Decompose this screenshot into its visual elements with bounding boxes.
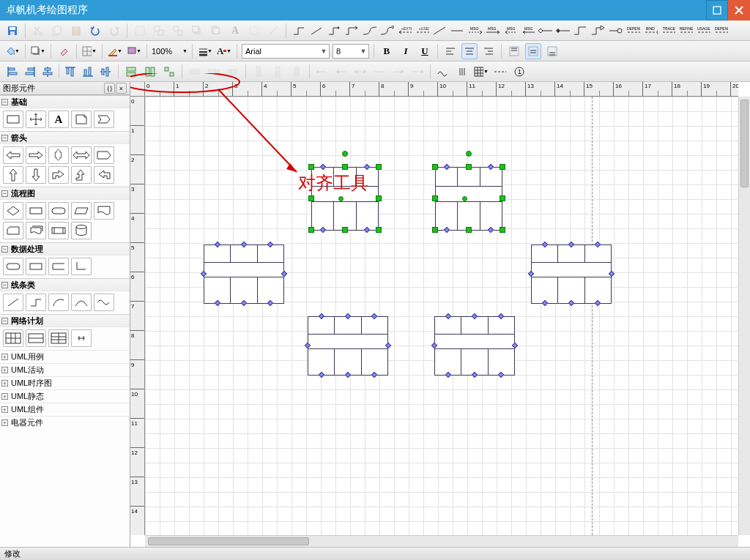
align-horizontal-center[interactable] xyxy=(97,64,114,80)
fc-process[interactable] xyxy=(26,202,46,220)
dashes-button[interactable] xyxy=(492,64,508,80)
connector-trace[interactable]: TRACE xyxy=(660,23,676,39)
connector-uses[interactable]: «USES» xyxy=(414,23,430,39)
arrow-both-tri[interactable] xyxy=(352,64,368,80)
wave-button[interactable] xyxy=(435,64,451,80)
category-uml-seq[interactable]: +UML时序图 xyxy=(0,376,130,389)
distribute-v3[interactable] xyxy=(289,64,305,80)
underline-button[interactable]: U xyxy=(417,43,433,59)
select-all-button[interactable] xyxy=(132,23,148,39)
connector-assoc[interactable] xyxy=(572,23,588,39)
arrow-line[interactable] xyxy=(371,64,387,80)
arrow-bendup[interactable] xyxy=(71,166,92,184)
ln-step[interactable] xyxy=(26,294,46,311)
minimize-button[interactable] xyxy=(706,0,728,20)
scrollbar-thumb-v[interactable] xyxy=(740,100,749,187)
scrollbar-thumb-h[interactable] xyxy=(148,537,309,545)
valign-middle-button[interactable] xyxy=(525,43,541,59)
arrow-end-none[interactable] xyxy=(409,64,426,80)
canvas-block[interactable] xyxy=(204,244,284,304)
distribute-h1[interactable] xyxy=(187,64,203,80)
bold-button[interactable]: B xyxy=(379,43,395,59)
dp-corner[interactable] xyxy=(71,258,92,275)
align-right-edges[interactable] xyxy=(22,64,38,80)
fc-database[interactable] xyxy=(71,222,92,239)
arrow-updown[interactable] xyxy=(48,146,69,164)
table-dropdown[interactable]: ▼ xyxy=(473,64,489,80)
fc-card[interactable] xyxy=(3,222,23,239)
category-uml-static[interactable]: +UML静态 xyxy=(0,389,130,403)
font-family-select[interactable]: Arial▼ xyxy=(242,44,330,59)
ruler-vertical[interactable]: 0123456789101112131415 xyxy=(130,97,145,535)
category-arrows[interactable]: −箭头 xyxy=(0,131,130,144)
connector-msg2[interactable]: MSG xyxy=(484,23,500,39)
arrow-bendright[interactable] xyxy=(48,166,69,184)
connector-3[interactable] xyxy=(326,23,342,39)
category-elec[interactable]: +电器元件 xyxy=(0,416,130,429)
scrollbar-vertical[interactable] xyxy=(738,97,750,535)
grid-dropdown[interactable]: ▼ xyxy=(81,43,97,59)
sidebar-close-button[interactable]: × xyxy=(116,83,127,94)
bars-button[interactable] xyxy=(454,64,470,80)
dp-openrect[interactable] xyxy=(48,258,69,275)
connector-msg1[interactable]: MSG xyxy=(467,23,483,39)
line-color-dropdown[interactable]: ▼ xyxy=(126,43,142,59)
font-size-select[interactable]: 8▼ xyxy=(333,44,369,59)
align-bottom-edges[interactable] xyxy=(80,64,96,80)
arrow-start-tri[interactable] xyxy=(333,64,349,80)
canvas-block[interactable] xyxy=(434,316,515,376)
connector-6[interactable] xyxy=(379,23,395,39)
connector-5[interactable] xyxy=(361,23,377,39)
align-vertical-center[interactable] xyxy=(40,64,56,80)
connector-depend2[interactable]: DEPEND xyxy=(713,23,729,39)
dp-round[interactable] xyxy=(3,258,23,275)
connector-refine[interactable]: REFINE xyxy=(677,23,694,39)
cut-button[interactable] xyxy=(30,23,46,39)
shadow-dropdown[interactable]: ▼ xyxy=(30,43,46,59)
align-right-button[interactable] xyxy=(480,43,497,59)
category-basic[interactable]: −基础 xyxy=(0,95,130,108)
connector-line[interactable] xyxy=(431,23,448,39)
fill-dropdown[interactable]: ▼ xyxy=(4,43,21,59)
arrow-right[interactable] xyxy=(26,146,46,164)
distribute-h2[interactable] xyxy=(206,64,222,80)
category-network[interactable]: −网络计划 xyxy=(0,314,130,327)
font-color-dropdown[interactable]: A▼ xyxy=(216,43,232,59)
valign-top-button[interactable] xyxy=(506,43,522,59)
category-flowchart[interactable]: −流程图 xyxy=(0,187,130,200)
zoom-display[interactable]: 100% xyxy=(152,47,179,56)
dp-rect[interactable] xyxy=(26,258,46,275)
ln-arc[interactable] xyxy=(48,294,69,311)
align-left-edges[interactable] xyxy=(4,64,21,80)
connector-diamond-filled[interactable] xyxy=(554,23,571,39)
same-size-button[interactable] xyxy=(161,64,177,80)
ln-diag[interactable] xyxy=(3,294,23,311)
group-button[interactable] xyxy=(151,23,167,39)
fc-decision[interactable] xyxy=(3,202,23,220)
nw-cross[interactable] xyxy=(71,329,92,347)
insert-text-button[interactable]: A xyxy=(227,23,243,39)
close-button[interactable] xyxy=(728,0,750,20)
insert-shape-button[interactable] xyxy=(246,23,262,39)
canvas-block[interactable] xyxy=(308,316,388,376)
fc-data[interactable] xyxy=(71,202,92,220)
connector-2[interactable] xyxy=(308,23,324,39)
italic-button[interactable]: I xyxy=(398,43,414,59)
arrow-up[interactable] xyxy=(3,166,23,184)
connector-inherit[interactable] xyxy=(590,23,606,39)
connector-depend[interactable]: DEPEND xyxy=(625,23,641,39)
scrollbar-horizontal[interactable] xyxy=(145,535,738,547)
distribute-v1[interactable] xyxy=(250,64,267,80)
arrow-leftright[interactable] xyxy=(71,146,92,164)
fc-multidoc[interactable] xyxy=(26,222,46,239)
arrow-pentagon[interactable] xyxy=(94,146,114,164)
same-width-button[interactable] xyxy=(123,64,139,80)
ln-curve[interactable] xyxy=(71,294,92,311)
bring-front-button[interactable] xyxy=(189,23,205,39)
align-top-edges[interactable] xyxy=(62,64,78,80)
shape-note[interactable] xyxy=(71,111,92,128)
save-button[interactable] xyxy=(4,23,21,39)
canvas-block[interactable] xyxy=(435,167,502,231)
connector-msg4[interactable]: MSG xyxy=(519,23,535,39)
align-left-button[interactable] xyxy=(442,43,458,59)
